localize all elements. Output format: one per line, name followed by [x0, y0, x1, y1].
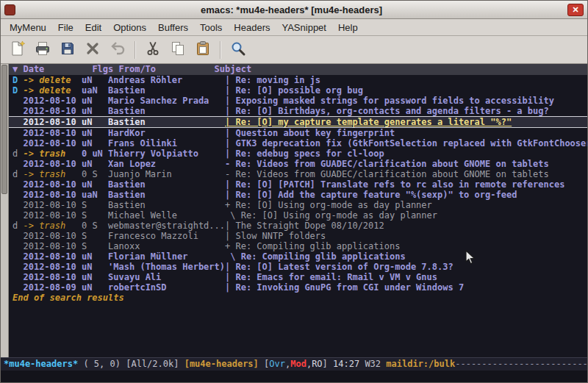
save-icon — [59, 40, 76, 60]
message-row[interactable]: 2012-08-10 uN Bastien | Re: [O] [PATCH] … — [9, 179, 587, 190]
paste-button[interactable] — [190, 39, 215, 61]
row-from: Michael Welle — [108, 210, 225, 221]
message-row[interactable]: d -> trash 0 S Juanjo Marin - Re: Videos… — [9, 169, 587, 179]
row-flags: uN — [82, 96, 108, 106]
row-flags: uN — [82, 251, 108, 262]
menu-item-tools[interactable]: Tools — [194, 20, 228, 35]
cut-icon — [144, 40, 162, 60]
row-mark — [12, 262, 23, 272]
close-button[interactable] — [80, 39, 105, 61]
message-row[interactable]: d -> trash 0 S webmaster@straightd...| T… — [9, 221, 587, 231]
modeline-segment: maildir:/bulk — [386, 359, 455, 369]
row-date: -> delete — [23, 75, 81, 85]
column-date[interactable]: ▼ Date — [12, 64, 92, 74]
menu-item-headers[interactable]: Headers — [228, 20, 276, 35]
message-row[interactable]: D -> delete uN Andreas Röhler | Re: movi… — [9, 75, 587, 85]
row-subject: | Re: Invoking GnuPG from CGI under Wind… — [225, 282, 464, 293]
column-subject[interactable]: Subject — [215, 64, 252, 74]
row-flags: uaN — [82, 190, 108, 200]
row-subject: + Re: Compiling glib applications — [225, 241, 400, 251]
row-from: Bastien — [108, 85, 225, 96]
row-flags: 0 uN — [82, 148, 108, 159]
message-row[interactable]: 2012-08-10 uN Mario Sanchez Prada | Expo… — [9, 96, 587, 106]
menu-item-yasnippet[interactable]: YASnippet — [276, 20, 331, 35]
message-list: D -> delete uN Andreas Röhler | Re: movi… — [9, 75, 587, 293]
message-row[interactable]: D -> delete uaN Bastien | Re: [O] possib… — [9, 85, 587, 96]
row-date: -> delete — [23, 85, 81, 96]
row-from: Andreas Röhler — [108, 75, 225, 85]
column-flags[interactable]: Flgs — [92, 64, 118, 74]
row-date: -> trash — [23, 221, 81, 231]
menu-item-buffers[interactable]: Buffers — [152, 20, 194, 35]
modeline-segment: Ovr — [269, 359, 285, 369]
message-row[interactable]: 2012-08-10 S Lanoxx + Re: Compiling glib… — [9, 241, 587, 251]
search-button[interactable] — [226, 39, 251, 61]
menu-item-mymenu[interactable]: MyMenu — [4, 20, 52, 35]
message-row[interactable]: 2012-08-10 uN Bastien | Re: [O] Birthday… — [9, 106, 587, 116]
row-from: Bastien — [108, 117, 225, 127]
close-button[interactable]: ✕ — [567, 4, 584, 16]
undo-button[interactable] — [105, 39, 130, 61]
new-file-button[interactable] — [5, 39, 30, 61]
row-from: Frans Oilinki — [108, 138, 225, 148]
row-date: 2012-08-10 — [23, 179, 81, 190]
message-row[interactable]: 2012-08-10 S Bastien + Re: [O] Using org… — [9, 200, 587, 210]
row-from: Mario Sanchez Prada — [108, 96, 225, 106]
row-date: -> trash — [23, 169, 81, 179]
menu-item-options[interactable]: Options — [107, 20, 152, 35]
message-row[interactable]: 2012-08-10 uN 'Mash (Thomas Herbert)| Re… — [9, 262, 587, 272]
row-from: robertcInSD — [108, 282, 225, 293]
modeline-segment: Mod — [290, 359, 306, 369]
row-flags: S — [82, 210, 108, 221]
close-icon — [84, 40, 101, 60]
row-flags: uN — [82, 262, 108, 272]
column-from[interactable]: From/To — [119, 64, 215, 74]
row-date: 2012-08-10 — [23, 106, 81, 116]
scrollbar-thumb[interactable] — [1, 65, 7, 194]
row-flags: uN — [82, 75, 108, 85]
paste-icon — [194, 40, 212, 60]
message-row[interactable]: 2012-08-10 uN HardKor | Question about k… — [9, 128, 587, 138]
row-subject: | The Straight Dope 08/10/2012 — [225, 221, 384, 231]
row-mark — [12, 190, 23, 200]
message-row[interactable]: 2012-08-10 uN Bastien | Re: [O] my captu… — [9, 116, 587, 128]
copy-button[interactable] — [165, 39, 190, 61]
row-subject: | Slow NNTP folders — [225, 231, 326, 241]
message-row[interactable]: 2012-08-10 uN Frans Oilinki | GTK3 depre… — [9, 138, 587, 148]
row-date: 2012-08-10 — [23, 200, 81, 210]
row-subject: | Re: [O] Add the capture feature "%(sex… — [225, 190, 517, 200]
message-row[interactable]: 2012-08-10 S Francesco Mazzoli | Slow NN… — [9, 231, 587, 241]
row-mark — [12, 251, 23, 262]
row-from: Bastien — [108, 190, 225, 200]
row-mark: D — [12, 85, 23, 96]
message-row[interactable]: 2012-08-10 uN Suvayu Ali | Re: Emacs for… — [9, 272, 587, 282]
print-button[interactable] — [30, 39, 55, 61]
menu-item-edit[interactable]: Edit — [79, 20, 107, 35]
save-button[interactable] — [55, 39, 80, 61]
message-row[interactable]: 2012-08-10 uN Xan Lopez - Re: Videos fro… — [9, 159, 587, 169]
message-row[interactable]: d -> trash 0 uN Thierry Volpiatto | Re: … — [9, 148, 587, 159]
row-from: Juanjo Marin — [108, 169, 225, 179]
message-row[interactable]: 2012-08-10 uaN Bastien | Re: [O] Add the… — [9, 190, 587, 200]
modeline-segment: ( 5, 0) — [78, 359, 126, 369]
message-row[interactable]: 2012-08-10 S Michael Welle \ Re: [O] Usi… — [9, 210, 587, 221]
menu-item-help[interactable]: Help — [332, 20, 364, 35]
message-row[interactable]: 2012-08-09 uN robertcInSD | Re: Invoking… — [9, 282, 587, 293]
cut-button[interactable] — [140, 39, 165, 61]
row-subject: | Re: [O] Birthdays, org-contacts and ag… — [225, 106, 549, 116]
row-from: Bastien — [108, 200, 225, 210]
window-icon — [4, 4, 15, 15]
modeline-segment: 14:27 — [333, 359, 365, 369]
toolbar-separator — [220, 41, 221, 59]
menu-item-file[interactable]: File — [52, 20, 79, 35]
row-from: Bastien — [108, 179, 225, 190]
row-from: Thierry Volpiatto — [108, 148, 225, 159]
row-subject: | Re: [O] possible org bug — [225, 85, 363, 96]
row-date: 2012-08-10 — [23, 128, 81, 138]
message-row[interactable]: 2012-08-10 uN Florian Müllner \ Re: Comp… — [9, 251, 587, 262]
row-subject: | Re: [O] my capture template generates … — [225, 117, 512, 127]
mode-line: *mu4e-headers* ( 5, 0) [All/2.0k] [mu4e-… — [1, 357, 587, 371]
row-from: Bastien — [108, 106, 225, 116]
row-flags: S — [82, 231, 108, 241]
scrollbar[interactable] — [1, 64, 9, 357]
